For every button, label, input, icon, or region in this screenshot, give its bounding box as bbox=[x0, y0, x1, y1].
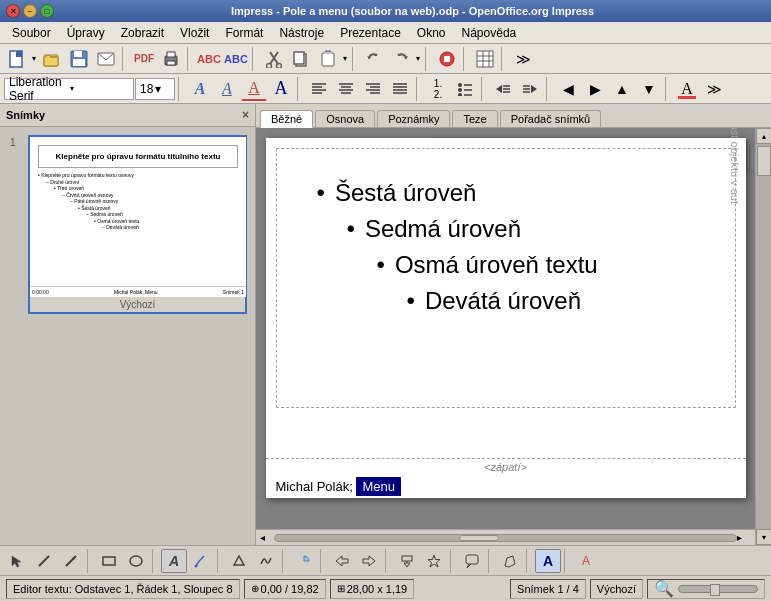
window-controls[interactable]: ✕ − □ bbox=[6, 4, 54, 18]
large-a-button[interactable]: A bbox=[268, 77, 294, 101]
flowchart-tool[interactable] bbox=[394, 549, 420, 573]
tab-teze[interactable]: Teze bbox=[452, 110, 497, 127]
save-button[interactable] bbox=[66, 47, 92, 71]
thumb-title: Klepněte pro úpravu formátu titulního te… bbox=[38, 145, 238, 168]
hscroll-right[interactable]: ▸ bbox=[737, 532, 751, 543]
menu-upravy[interactable]: Úpravy bbox=[59, 22, 113, 43]
insert-table-button[interactable] bbox=[472, 47, 498, 71]
vscroll-thumb[interactable] bbox=[757, 146, 771, 176]
menu-napoveda[interactable]: Nápověda bbox=[454, 22, 525, 43]
new-arrow[interactable]: ▾ bbox=[30, 54, 38, 63]
list-bullet-button[interactable] bbox=[452, 77, 478, 101]
horizontal-scrollbar[interactable]: ◂ ▸ bbox=[256, 529, 755, 545]
nav-next-button[interactable]: ▶ bbox=[582, 77, 608, 101]
nav-down-button[interactable]: ▼ bbox=[636, 77, 662, 101]
align-center-button[interactable] bbox=[333, 77, 359, 101]
hscroll-left[interactable]: ◂ bbox=[260, 532, 274, 543]
vertical-scrollbar[interactable]: ▴ ▾ bbox=[755, 128, 771, 545]
underline-styled-button[interactable]: A bbox=[241, 77, 267, 101]
zoom-tool[interactable]: A bbox=[573, 549, 599, 573]
zoom-control[interactable]: 🔍 bbox=[647, 579, 765, 599]
menu-zobrazit[interactable]: Zobrazit bbox=[113, 22, 172, 43]
text-tool[interactable]: A bbox=[161, 549, 187, 573]
font-name-arrow[interactable]: ▾ bbox=[70, 84, 129, 93]
spellcheck-button[interactable]: ABC bbox=[196, 47, 222, 71]
menu-nastroje[interactable]: Nástroje bbox=[271, 22, 332, 43]
polygon-tool[interactable] bbox=[226, 549, 252, 573]
tab-poznamky[interactable]: Poznámky bbox=[377, 110, 450, 127]
separator5 bbox=[425, 47, 431, 71]
minimize-button[interactable]: − bbox=[23, 4, 37, 18]
print-button[interactable] bbox=[158, 47, 184, 71]
slide-item-1[interactable]: 1 Klepněte pro úpravu formátu titulního … bbox=[28, 135, 247, 314]
menu-soubor[interactable]: Soubor bbox=[4, 22, 59, 43]
more2-button[interactable]: ≫ bbox=[701, 77, 727, 101]
left-arrow-shape[interactable] bbox=[329, 549, 355, 573]
align-right-button[interactable] bbox=[360, 77, 386, 101]
hscroll-track[interactable] bbox=[274, 534, 737, 542]
rect-tool[interactable] bbox=[96, 549, 122, 573]
zoom-out-button[interactable]: 🔍 bbox=[654, 579, 674, 598]
new-button[interactable] bbox=[4, 47, 30, 71]
maximize-button[interactable]: □ bbox=[40, 4, 54, 18]
indent-more-button[interactable] bbox=[517, 77, 543, 101]
stop-button[interactable] bbox=[434, 47, 460, 71]
callout-tool[interactable] bbox=[459, 549, 485, 573]
font-name-selector[interactable]: Liberation Serif ▾ bbox=[4, 78, 134, 100]
vscroll-up[interactable]: ▴ bbox=[756, 128, 772, 144]
arrow-tool[interactable] bbox=[58, 549, 84, 573]
close-button[interactable]: ✕ bbox=[6, 4, 20, 18]
font-color-button[interactable]: A bbox=[674, 77, 700, 101]
custom-shape-tool[interactable] bbox=[497, 549, 523, 573]
vscroll-track[interactable] bbox=[756, 144, 771, 529]
pdf-button[interactable]: PDF bbox=[131, 47, 157, 71]
menu-format[interactable]: Formát bbox=[217, 22, 271, 43]
zoom-thumb[interactable] bbox=[710, 584, 720, 596]
bullet-item-3: • Osmá úroveň textu bbox=[377, 251, 695, 279]
paste-button[interactable] bbox=[315, 47, 341, 71]
more-button[interactable]: ≫ bbox=[510, 47, 536, 71]
menu-prezentace[interactable]: Prezentace bbox=[332, 22, 409, 43]
menu-okno[interactable]: Okno bbox=[409, 22, 454, 43]
justify-button[interactable] bbox=[387, 77, 413, 101]
paste-arrow[interactable]: ▾ bbox=[341, 54, 349, 63]
circle-arc-tool[interactable] bbox=[291, 549, 317, 573]
nav-prev-button[interactable]: ◀ bbox=[555, 77, 581, 101]
slides-list[interactable]: 1 Klepněte pro úpravu formátu titulního … bbox=[0, 127, 255, 545]
align-left-button[interactable] bbox=[306, 77, 332, 101]
slide-editor[interactable]: Zobrazení předlohy ＋ ✎ ✕ Zavřít předlohu… bbox=[256, 128, 755, 545]
text2-tool[interactable]: A bbox=[535, 549, 561, 573]
vscroll-down[interactable]: ▾ bbox=[756, 529, 772, 545]
redo-arrow[interactable]: ▾ bbox=[414, 54, 422, 63]
line-tool[interactable] bbox=[31, 549, 57, 573]
slides-panel-close[interactable]: × bbox=[242, 108, 249, 122]
font-size-selector[interactable]: 18 ▾ bbox=[135, 78, 175, 100]
cut-button[interactable] bbox=[261, 47, 287, 71]
italic-styled-button[interactable]: A bbox=[214, 77, 240, 101]
indent-less-button[interactable] bbox=[490, 77, 516, 101]
undo-button[interactable] bbox=[361, 47, 387, 71]
font-size-arrow[interactable]: ▾ bbox=[155, 82, 161, 96]
slide-thumbnail-1[interactable]: Klepněte pro úpravu formátu titulního te… bbox=[28, 135, 247, 314]
tab-bezne[interactable]: Běžné bbox=[260, 110, 313, 128]
tab-osnova[interactable]: Osnova bbox=[315, 110, 375, 127]
list-num-button[interactable]: 1.2. bbox=[425, 77, 451, 101]
copy-button[interactable] bbox=[288, 47, 314, 71]
select-tool[interactable] bbox=[4, 549, 30, 573]
nav-up-button[interactable]: ▲ bbox=[609, 77, 635, 101]
open-button[interactable] bbox=[39, 47, 65, 71]
ellipse-tool[interactable] bbox=[123, 549, 149, 573]
right-arrow-shape[interactable] bbox=[356, 549, 382, 573]
star-tool[interactable] bbox=[421, 549, 447, 573]
hscroll-thumb[interactable] bbox=[459, 535, 499, 541]
draw-tool[interactable] bbox=[188, 549, 214, 573]
curve-tool[interactable] bbox=[253, 549, 279, 573]
tab-poradac[interactable]: Pořadač snímků bbox=[500, 110, 601, 127]
menu-vlozit[interactable]: Vložit bbox=[172, 22, 217, 43]
footer-selected[interactable]: Menu bbox=[356, 477, 401, 496]
bold-styled-button[interactable]: A bbox=[187, 77, 213, 101]
zoom-slider[interactable] bbox=[678, 585, 758, 593]
redo-button[interactable] bbox=[388, 47, 414, 71]
spellcheck2-button[interactable]: ABC bbox=[223, 47, 249, 71]
email-button[interactable] bbox=[93, 47, 119, 71]
